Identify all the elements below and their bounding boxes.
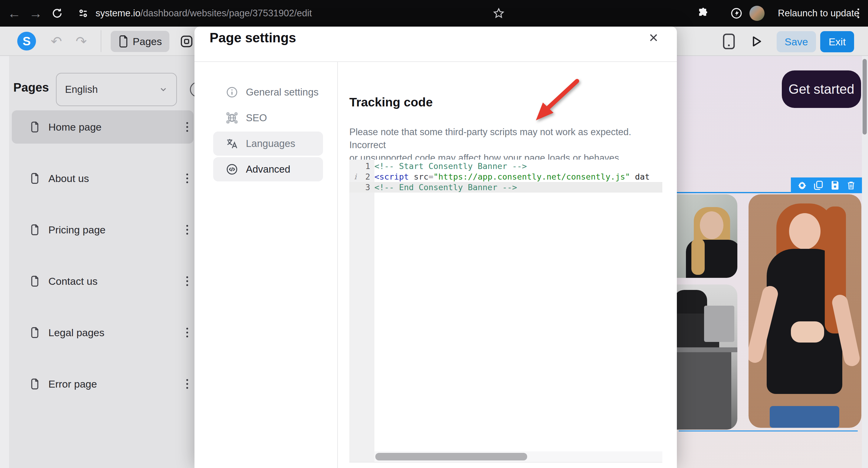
- save-disk-icon[interactable]: [830, 180, 840, 190]
- canvas-scrollbar-thumb[interactable]: [863, 59, 867, 134]
- file-icon: [30, 378, 39, 390]
- tracking-code-description: Please note that some third-party script…: [349, 125, 664, 164]
- gutter-info-icon: i: [354, 172, 356, 181]
- back-icon[interactable]: ←: [7, 0, 22, 27]
- page-editor-canvas: Get started: [677, 56, 868, 468]
- tracking-code-heading: Tracking code: [349, 95, 433, 110]
- settings-tab-label: Languages: [246, 138, 295, 149]
- sections-panel-icon[interactable]: [180, 34, 193, 49]
- page-item-label: Legal pages: [49, 327, 104, 339]
- editor-hscroll-thumb[interactable]: [375, 453, 527, 461]
- browser-menu-icon[interactable]: [852, 0, 864, 27]
- photo-desk: [677, 347, 737, 352]
- photo-desk-base: [677, 352, 731, 430]
- redo-icon[interactable]: ↷: [75, 27, 90, 56]
- language-select[interactable]: English: [56, 73, 177, 106]
- page-item-label: Pricing page: [49, 224, 105, 236]
- sidebar-item-error-page[interactable]: Error page: [12, 367, 193, 401]
- image-block-blonde-woman[interactable]: [677, 194, 737, 278]
- code-icon: [226, 163, 238, 175]
- photo-monitor: [704, 306, 734, 342]
- save-button[interactable]: Save: [777, 31, 816, 52]
- canvas-scrollbar-track[interactable]: [862, 56, 868, 468]
- url-host: systeme.io: [96, 8, 140, 19]
- file-icon: [30, 224, 39, 236]
- file-icon: [30, 327, 39, 338]
- pages-panel-button[interactable]: Pages: [111, 31, 169, 52]
- photo-hair-strand: [691, 239, 705, 275]
- profile-avatar[interactable]: [749, 6, 765, 21]
- sidebar-item-home-page[interactable]: Home page: [12, 111, 193, 144]
- get-started-button[interactable]: Get started: [782, 70, 861, 108]
- close-icon[interactable]: ×: [645, 28, 663, 46]
- language-selected-value: English: [65, 84, 98, 95]
- sidebar-rail: [0, 56, 9, 468]
- exit-button[interactable]: Exit: [820, 31, 854, 52]
- sidebar-item-pricing-page[interactable]: Pricing page: [12, 213, 193, 246]
- undo-icon[interactable]: ↶: [51, 27, 65, 56]
- page-item-label: Error page: [49, 378, 97, 390]
- chevron-down-icon: [159, 85, 168, 94]
- tracking-code-panel: Tracking code Please note that some thir…: [337, 62, 677, 468]
- sidebar-item-about-us[interactable]: About us: [12, 162, 193, 195]
- toolbar-divider: [101, 30, 101, 52]
- page-item-label: Home page: [49, 121, 102, 133]
- settings-tab-label: SEO: [246, 112, 267, 124]
- relaunch-button[interactable]: Relaunch to update: [778, 0, 859, 27]
- settings-tab-seo[interactable]: SEO: [213, 106, 323, 130]
- code-text: <!-- End Consently Banner -->: [370, 183, 517, 192]
- translate-icon: [226, 137, 238, 150]
- element-toolbar: [791, 178, 862, 193]
- file-icon: [30, 173, 39, 184]
- reload-icon[interactable]: [50, 0, 65, 27]
- mobile-preview-icon[interactable]: [722, 27, 736, 56]
- photo-hands: [791, 321, 824, 343]
- code-line-1[interactable]: 1<!-- Start Consently Banner -->: [349, 161, 662, 171]
- bookmark-star-icon[interactable]: [491, 0, 507, 27]
- preview-play-icon[interactable]: [749, 27, 763, 56]
- image-block-redhead-woman[interactable]: [748, 194, 861, 428]
- duplicate-icon[interactable]: [813, 180, 824, 190]
- settings-gear-icon[interactable]: [797, 180, 807, 190]
- pages-button-label: Pages: [133, 36, 162, 48]
- settings-tab-label: Advanced: [246, 163, 290, 175]
- photo-jeans: [770, 406, 839, 428]
- code-line-2[interactable]: i2<script src="https://app.consently.net…: [349, 171, 662, 182]
- line-number: 3: [349, 183, 370, 192]
- browser-chrome: ← → systeme.io/dashboard/websites/page/3…: [0, 0, 868, 27]
- forward-icon[interactable]: →: [28, 0, 43, 27]
- sidebar-item-legal-pages[interactable]: Legal pages: [12, 316, 193, 349]
- kebab-menu-icon[interactable]: [186, 174, 188, 183]
- url-path: /dashboard/websites/page/37531902/edit: [140, 8, 312, 19]
- sidebar-item-contact-us[interactable]: Contact us: [12, 264, 193, 298]
- code-editor-gutter: [349, 160, 374, 462]
- settings-tab-general-settings[interactable]: General settings: [213, 80, 323, 104]
- systeme-logo[interactable]: S: [17, 32, 36, 51]
- puzzle-extensions-icon[interactable]: [695, 0, 711, 27]
- photo-face: [789, 213, 820, 249]
- page-list: Home pageAbout usPricing pageContact usL…: [12, 111, 193, 419]
- line-number: 2: [349, 172, 370, 181]
- address-bar[interactable]: systeme.io/dashboard/websites/page/37531…: [96, 0, 312, 27]
- settings-tab-languages[interactable]: Languages: [213, 131, 323, 156]
- sidebar-title: Pages: [13, 81, 49, 94]
- description-line: Please note that some third-party script…: [349, 125, 664, 152]
- kebab-menu-icon[interactable]: [186, 379, 188, 389]
- site-info-icon[interactable]: [75, 0, 91, 27]
- code-text: <!-- Start Consently Banner -->: [370, 161, 527, 171]
- info-icon: [226, 86, 238, 98]
- code-text: <script src="https://app.consently.net/c…: [370, 172, 650, 181]
- kebab-menu-icon[interactable]: [186, 328, 188, 337]
- settings-tab-advanced[interactable]: Advanced: [213, 157, 323, 181]
- trash-icon[interactable]: [846, 180, 856, 190]
- kebab-menu-icon[interactable]: [186, 276, 188, 286]
- modal-title: Page settings: [210, 30, 296, 45]
- image-block-desk-scene[interactable]: [677, 284, 737, 430]
- page-item-label: Contact us: [49, 275, 98, 287]
- performance-icon[interactable]: [728, 0, 745, 27]
- kebab-menu-icon[interactable]: [186, 225, 188, 235]
- code-editor[interactable]: 1<!-- Start Consently Banner -->i2<scrip…: [349, 160, 662, 463]
- code-line-3[interactable]: 3<!-- End Consently Banner -->: [349, 182, 662, 193]
- seo-globe-icon: [226, 112, 238, 124]
- kebab-menu-icon[interactable]: [186, 122, 188, 132]
